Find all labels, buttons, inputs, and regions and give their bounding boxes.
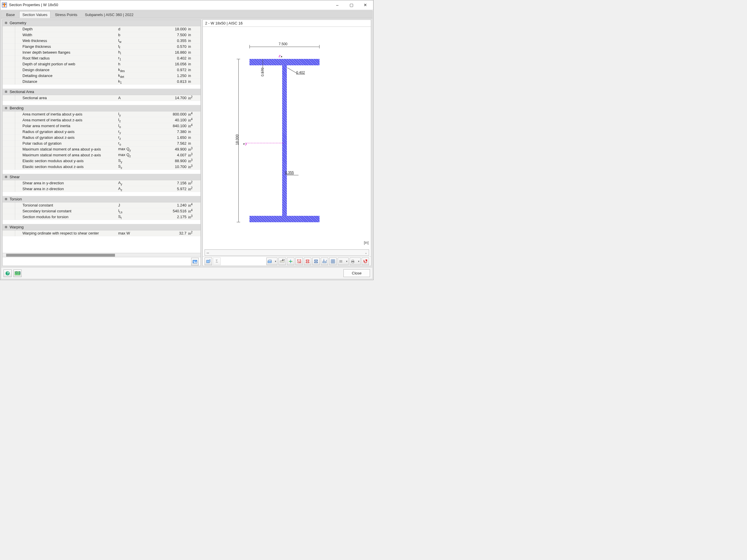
viewer-units: [in]	[364, 241, 368, 245]
close-window-button[interactable]: ✕	[359, 1, 372, 9]
section-viewer[interactable]: 7.500 18.000 0.570	[203, 27, 371, 249]
property-symbol: tw	[118, 38, 141, 44]
reset-button[interactable]	[362, 258, 369, 265]
property-row[interactable]: Radius of gyration about z-axisrz1.650in	[3, 135, 201, 140]
help-button[interactable]: ?	[3, 269, 12, 277]
property-row[interactable]: Section modulus for torsionSt2.175in3	[3, 214, 201, 220]
property-unit: in	[188, 141, 201, 145]
result-selector-dropdown[interactable]: -- ⌄	[205, 249, 369, 256]
category-label: Sectional Area	[10, 89, 34, 94]
property-row[interactable]: Torsional constantJ1.240in4	[3, 203, 201, 208]
tab-stress-points[interactable]: Stress Points	[52, 11, 80, 18]
property-row[interactable]: Shear area in z-directionAz5.972in2	[3, 186, 201, 192]
svg-text:100: 100	[282, 259, 284, 261]
property-value: 0.972	[141, 68, 188, 72]
ibeam-blue-button[interactable]	[312, 258, 320, 265]
property-row[interactable]: Elastic section modulus about y-axisSy88…	[3, 158, 201, 164]
grid-button[interactable]	[329, 258, 337, 265]
tab-subpanels-aisc-360-2022[interactable]: Subpanels | AISC 360 | 2022	[82, 11, 137, 18]
property-unit: in	[188, 50, 201, 55]
property-row[interactable]: Area moment of inertia about z-axisIz40.…	[3, 117, 201, 123]
collapse-icon[interactable]: ⊟	[3, 106, 10, 110]
property-row[interactable]: Widthb7.500in	[3, 32, 201, 38]
svg-rect-30	[352, 262, 354, 263]
tab-section-values[interactable]: Section Values	[19, 11, 51, 18]
property-row[interactable]: Sectional areaA14.700in2	[3, 95, 201, 101]
numbering-button[interactable]: 1 2 3	[321, 258, 328, 265]
list-dropdown[interactable]	[338, 258, 349, 265]
tab-base[interactable]: Base	[3, 11, 18, 18]
property-row[interactable]: Radius of gyration about y-axisry7.380in	[3, 129, 201, 135]
principal-axes-button[interactable]	[287, 258, 294, 265]
minimize-button[interactable]: –	[331, 1, 344, 9]
units-button[interactable]: 0,00	[14, 269, 22, 277]
category-warping[interactable]: ⊟Warping	[3, 224, 201, 231]
sigma-button[interactable]: Σ	[213, 258, 221, 265]
property-label: Depth of straight portion of web	[22, 62, 118, 66]
close-button[interactable]: Close	[343, 269, 370, 277]
horizontal-scrollbar[interactable]	[3, 253, 201, 257]
scrollbar-thumb[interactable]	[6, 254, 115, 257]
category-torsion[interactable]: ⊟Torsion	[3, 196, 201, 203]
property-unit: in	[188, 62, 201, 66]
property-value: 10.700	[141, 164, 188, 169]
property-row[interactable]: Depthd18.000in	[3, 26, 201, 32]
property-value: 7.562	[141, 141, 188, 145]
property-row[interactable]: Detailing distancekdet1.250in	[3, 73, 201, 79]
ruler-button[interactable]: 100	[278, 258, 286, 265]
property-row[interactable]: Inner depth between flangeshi16.860in	[3, 50, 201, 55]
top-flange	[250, 59, 319, 65]
collapse-icon[interactable]: ⊟	[3, 225, 10, 229]
collapse-icon[interactable]: ⊟	[3, 21, 10, 25]
property-row[interactable]: Maximum statical moment of area about z-…	[3, 152, 201, 158]
view-mode-dropdown[interactable]	[266, 258, 278, 265]
property-row[interactable]: Maximum statical moment of area about y-…	[3, 146, 201, 152]
category-label: Shear	[10, 175, 20, 179]
category-geometry[interactable]: ⊟Geometry	[3, 20, 201, 26]
property-row[interactable]: Area moment of inertia about y-axisIy800…	[3, 111, 201, 117]
collapse-icon[interactable]: ⊟	[3, 175, 10, 179]
property-label: Section modulus for torsion	[22, 215, 118, 219]
property-symbol: J	[118, 203, 141, 207]
titlebar: Section Properties | W 18x50 – ▢ ✕	[0, 0, 373, 10]
property-value: 0.570	[141, 44, 188, 49]
property-label: Web thickness	[22, 38, 118, 43]
svg-point-4	[194, 261, 195, 262]
property-unit: in	[188, 45, 201, 49]
property-row[interactable]: Depth of straight portion of webh16.056i…	[3, 61, 201, 67]
ibeam-red-button[interactable]	[304, 258, 311, 265]
print-dropdown[interactable]	[350, 258, 361, 265]
category-sectional-area[interactable]: ⊟Sectional Area	[3, 89, 201, 95]
category-shear[interactable]: ⊟Shear	[3, 174, 201, 180]
collapse-icon[interactable]: ⊟	[3, 89, 10, 94]
property-value: 840.100	[141, 124, 188, 128]
category-bending[interactable]: ⊟Bending	[3, 105, 201, 111]
property-symbol: Sy	[118, 158, 141, 164]
svg-text:sc: sc	[298, 260, 302, 264]
property-row[interactable]: Web thicknesstw0.355in	[3, 38, 201, 44]
svg-text:0,00: 0,00	[16, 271, 20, 275]
property-row[interactable]: Flange thicknesstf0.570in	[3, 44, 201, 50]
property-symbol: ry	[118, 129, 141, 134]
property-row[interactable]: Distancek10.813in	[3, 79, 201, 85]
property-value: 7.380	[141, 130, 188, 134]
property-value: 2.175	[141, 215, 188, 219]
property-row[interactable]: Shear area in y-directionAy7.156in2	[3, 180, 201, 186]
export-image-button[interactable]	[191, 258, 199, 265]
collapse-icon[interactable]: ⊟	[3, 197, 10, 201]
category-label: Bending	[10, 106, 24, 110]
stress-points-button[interactable]: sc	[295, 258, 303, 265]
values-on-surface-button[interactable]	[205, 258, 212, 265]
property-value: 32.7	[141, 231, 188, 235]
property-row[interactable]: Elastic section modulus about z-axisSz10…	[3, 164, 201, 170]
property-row[interactable]: Warping ordinate with respect to shear c…	[3, 231, 201, 236]
property-row[interactable]: Polar radius of gyrationro7.562in	[3, 140, 201, 146]
property-row[interactable]: Design distancekdes0.972in	[3, 67, 201, 73]
content-split: ⊟GeometryDepthd18.000inWidthb7.500inWeb …	[1, 18, 372, 267]
properties-grid[interactable]: ⊟GeometryDepthd18.000inWidthb7.500inWeb …	[3, 20, 201, 253]
maximize-button[interactable]: ▢	[344, 1, 358, 9]
property-row[interactable]: Root fillet radiusr10.402in	[3, 55, 201, 61]
property-row[interactable]: Secondary torsional constantIt,s540.516i…	[3, 208, 201, 214]
properties-panel: ⊟GeometryDepthd18.000inWidthb7.500inWeb …	[2, 20, 201, 266]
property-row[interactable]: Polar area moment of inertiaIo840.100in4	[3, 123, 201, 129]
